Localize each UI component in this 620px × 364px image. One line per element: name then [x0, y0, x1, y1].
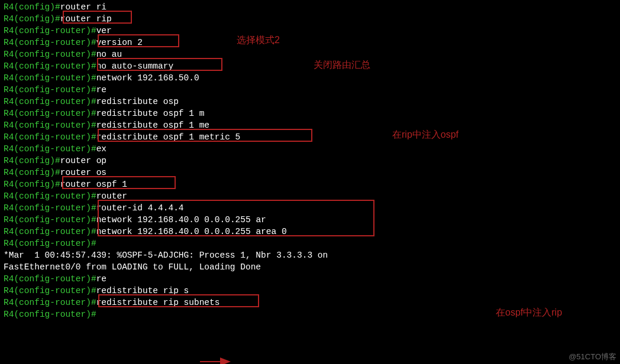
mode-prompt: (config-router): [14, 191, 91, 201]
hash-prompt: #: [55, 2, 60, 12]
terminal-line: R4(config-router)#no auto-summary: [4, 60, 616, 72]
device-prompt: R4: [4, 203, 14, 213]
mode-prompt: (config): [14, 14, 55, 24]
terminal-line: R4(config-router)#router-id 4.4.4.4: [4, 202, 616, 214]
command-text: router ospf 1: [60, 180, 127, 189]
command-text: redistribute ospf 1 metric 5: [96, 132, 241, 142]
device-prompt: R4: [4, 310, 14, 319]
device-prompt: R4: [4, 144, 14, 154]
mode-prompt: (config-router): [14, 310, 91, 319]
hash-prompt: #: [91, 191, 96, 201]
terminal-line: R4(config)#router ri: [4, 1, 616, 13]
command-text: network 192.168.40.0 0.0.0.255 area 0: [96, 227, 287, 236]
mode-prompt: (config-router): [14, 109, 91, 118]
terminal-line: R4(config-router)#network 192.168.40.0 0…: [4, 226, 616, 238]
mode-prompt: (config-router): [14, 61, 91, 71]
mode-prompt: (config-router): [14, 38, 91, 47]
device-prompt: R4: [4, 14, 14, 24]
device-prompt: R4: [4, 180, 14, 189]
device-prompt: R4: [4, 168, 14, 177]
command-text: router: [96, 191, 127, 201]
mode-prompt: (config-router): [14, 121, 91, 130]
terminal-line: R4(config-router)#version 2: [4, 37, 616, 48]
command-text: no au: [96, 50, 122, 59]
device-prompt: R4: [4, 97, 14, 106]
device-prompt: R4: [4, 156, 14, 165]
hash-prompt: #: [91, 310, 96, 319]
command-text: re: [96, 274, 106, 284]
hash-prompt: #: [55, 156, 60, 165]
mode-prompt: (config-router): [14, 286, 91, 295]
mode-prompt: (config): [14, 156, 55, 165]
terminal-line: R4(config-router)#ex: [4, 143, 616, 155]
terminal-line: R4(config)#router op: [4, 155, 616, 167]
mode-prompt: (config): [14, 180, 55, 189]
command-text: version 2: [96, 38, 143, 47]
mode-prompt: (config): [14, 2, 55, 12]
terminal-output: R4(config)#router riR4(config)#router ri…: [0, 0, 620, 321]
watermark: @51CTO博客: [569, 351, 616, 363]
device-prompt: R4: [4, 286, 14, 295]
command-text: router rip: [60, 14, 112, 24]
hash-prompt: #: [91, 298, 96, 307]
device-prompt: R4: [4, 38, 14, 47]
device-prompt: R4: [4, 50, 14, 59]
mode-prompt: (config-router): [14, 227, 91, 236]
mode-prompt: (config-router): [14, 215, 91, 225]
terminal-line: R4(config-router)#redistribute ospf 1 me…: [4, 131, 616, 143]
device-prompt: R4: [4, 132, 14, 142]
mode-prompt: (config-router): [14, 85, 91, 95]
hash-prompt: #: [91, 227, 96, 236]
terminal-raw-output: *Mar 1 00:45:57.439: %OSPF-5-ADJCHG: Pro…: [4, 251, 328, 260]
mode-prompt: (config-router): [14, 97, 91, 106]
terminal-line: R4(config)#router os: [4, 167, 616, 178]
hash-prompt: #: [91, 203, 96, 213]
terminal-line: R4(config-router)#ver: [4, 25, 616, 37]
hash-prompt: #: [91, 85, 96, 95]
command-text: ex: [96, 144, 106, 154]
terminal-line: R4(config-router)#re: [4, 273, 616, 285]
terminal-line: R4(config-router)#: [4, 308, 616, 320]
terminal-line: R4(config-router)#: [4, 238, 616, 249]
command-text: router op: [60, 156, 106, 165]
hash-prompt: #: [91, 286, 96, 295]
command-text: redistribute rip s: [96, 286, 189, 295]
device-prompt: R4: [4, 239, 14, 248]
terminal-line: R4(config-router)#network 192.168.40.0 0…: [4, 214, 616, 226]
terminal-line: R4(config-router)#redistribute ospf 1 me: [4, 119, 616, 131]
terminal-raw-output: FastEthernet0/0 from LOADING to FULL, Lo…: [4, 262, 261, 272]
command-text: redistribute ospf 1 me: [96, 121, 209, 130]
command-text: redistribute osp: [96, 97, 179, 106]
mode-prompt: (config-router): [14, 239, 91, 248]
device-prompt: R4: [4, 109, 14, 118]
terminal-line: R4(config-router)#redistribute rip subne…: [4, 297, 616, 308]
device-prompt: R4: [4, 2, 14, 12]
hash-prompt: #: [55, 14, 60, 24]
device-prompt: R4: [4, 191, 14, 201]
terminal-line: R4(config-router)#redistribute osp: [4, 96, 616, 108]
device-prompt: R4: [4, 227, 14, 236]
terminal-line: R4(config-router)#network 192.168.50.0: [4, 72, 616, 84]
terminal-line: R4(config-router)#no au: [4, 48, 616, 60]
command-text: network 192.168.40.0 0.0.0.255 ar: [96, 215, 266, 225]
terminal-line: *Mar 1 00:45:57.439: %OSPF-5-ADJCHG: Pro…: [4, 249, 616, 261]
hash-prompt: #: [91, 73, 96, 83]
device-prompt: R4: [4, 85, 14, 95]
device-prompt: R4: [4, 274, 14, 284]
hash-prompt: #: [55, 180, 60, 189]
hash-prompt: #: [91, 50, 96, 59]
command-text: router-id 4.4.4.4: [96, 203, 184, 213]
mode-prompt: (config-router): [14, 274, 91, 284]
device-prompt: R4: [4, 121, 14, 130]
mode-prompt: (config): [14, 168, 55, 177]
command-text: redistribute rip subnets: [96, 298, 220, 307]
mode-prompt: (config-router): [14, 26, 91, 35]
hash-prompt: #: [91, 38, 96, 47]
terminal-line: R4(config-router)#re: [4, 84, 616, 96]
hash-prompt: #: [91, 97, 96, 106]
hash-prompt: #: [91, 144, 96, 154]
hash-prompt: #: [91, 109, 96, 118]
command-text: re: [96, 85, 106, 95]
device-prompt: R4: [4, 26, 14, 35]
device-prompt: R4: [4, 73, 14, 83]
